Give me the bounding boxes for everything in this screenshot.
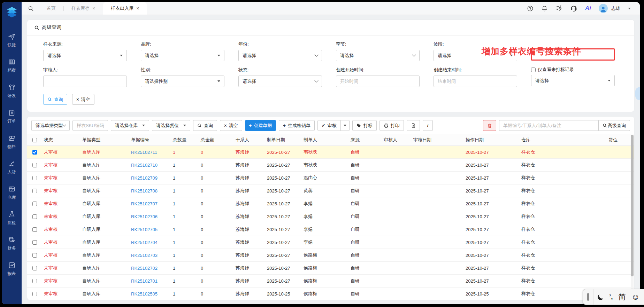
scrollbar-thumb[interactable] xyxy=(631,135,634,276)
table-row[interactable]: 未审核 自研入库 RK25102708 1 0 苏海婵 2025-10-27 黄… xyxy=(27,184,634,197)
user-avatar[interactable] xyxy=(599,4,608,13)
simplified-chinese-icon[interactable]: 简 xyxy=(618,292,626,302)
row-checkbox[interactable] xyxy=(32,253,37,258)
sample-source-dropdown[interactable]: 请选择 xyxy=(43,50,127,61)
cell-doc-no[interactable]: RK25102709 xyxy=(129,175,171,181)
dark-mode-moon-icon[interactable] xyxy=(597,293,604,301)
brand-dropdown[interactable]: 请选择 xyxy=(141,50,224,61)
export-excel-button[interactable] xyxy=(407,120,420,131)
sidebar-item-materials[interactable]: 物料 xyxy=(2,129,22,155)
table-row[interactable]: 未审核 自研入库 RK25102711 1 0 苏海婵 2025-10-27 韦… xyxy=(27,146,634,159)
table-row[interactable]: 未审核 自研入库 RK25102705 1 0 苏海婵 2025-10-27 李… xyxy=(27,223,634,236)
row-checkbox[interactable] xyxy=(32,202,37,206)
sidebar-item-rd[interactable]: 研发 xyxy=(2,79,22,104)
punctuation-icon[interactable]: ’, xyxy=(609,293,613,301)
row-checkbox[interactable] xyxy=(32,189,37,193)
sidebar-item-warehouse[interactable]: 仓库 xyxy=(2,180,22,206)
search-icon xyxy=(197,123,202,128)
row-checkbox[interactable] xyxy=(32,266,37,270)
query-button[interactable]: 查询 xyxy=(43,94,67,105)
tab-close-icon[interactable]: × xyxy=(92,6,95,11)
cell-doc-no[interactable]: RK25102702 xyxy=(129,266,171,271)
year-select[interactable]: 请选择 xyxy=(238,50,322,61)
sidebar-item-quick[interactable]: 快捷 xyxy=(2,28,22,53)
table-row[interactable]: 未审核 自研入库 RK25102707 1 0 苏海婵 2025-10-27 李… xyxy=(27,197,634,210)
table-row[interactable]: 未审核 自研入库 RK25102706 1 0 苏海婵 2025-10-27 李… xyxy=(27,210,634,223)
global-search-icon[interactable] xyxy=(28,6,34,11)
sidebar-item-reports[interactable]: 报表 xyxy=(2,257,22,282)
create-start-input[interactable] xyxy=(336,76,420,87)
emoji-icon[interactable]: ☺ xyxy=(631,293,640,301)
table-row[interactable]: 未审核 自研入库 RK25102703 1 0 苏海婵 2025-10-27 侯… xyxy=(27,249,634,262)
user-menu-caret-icon[interactable] xyxy=(628,8,631,9)
table-row[interactable]: 未审核 自研入库 RK25102710 1 0 苏海婵 2025-10-27 韦… xyxy=(27,159,634,172)
table-row[interactable]: 未审核 自研入库 RK25102704 1 0 苏海婵 2025-10-27 李… xyxy=(27,236,634,249)
sidebar-item-finance[interactable]: 财务 xyxy=(2,231,22,257)
table-row[interactable]: 未审核 自研入库 RK25102701 1 0 苏海婵 2025-10-27 侯… xyxy=(27,275,634,288)
sidebar-item-archive[interactable]: 档案 xyxy=(2,53,22,79)
tab-sample-stock[interactable]: 样衣库存 × xyxy=(64,2,103,15)
cell-doc-no[interactable]: RK25102505 xyxy=(129,291,171,297)
clear-button[interactable]: × 清空 xyxy=(72,94,94,105)
notification-bell-icon[interactable] xyxy=(541,5,548,12)
app-logo[interactable] xyxy=(4,5,20,20)
info-button[interactable]: i xyxy=(423,120,433,131)
row-checkbox[interactable] xyxy=(32,150,37,155)
user-name[interactable]: 志雄 xyxy=(611,5,620,11)
cell-doc-no[interactable]: RK25102706 xyxy=(129,214,171,219)
ai-assistant-icon[interactable]: Ai xyxy=(585,5,591,12)
create-end-input[interactable] xyxy=(434,76,517,87)
location-dropdown[interactable]: 请选择货位 xyxy=(152,120,190,131)
warehouse-dropdown[interactable]: 请选择仓库 xyxy=(111,120,149,131)
cell-doc-no[interactable]: RK25102703 xyxy=(129,253,171,258)
sku-input[interactable] xyxy=(72,120,108,131)
row-checkbox[interactable] xyxy=(32,227,37,232)
sidebar-item-orders[interactable]: 订单 xyxy=(2,104,22,129)
print-button[interactable]: 打印 xyxy=(380,120,404,131)
advanced-query-button[interactable]: 高级查询 xyxy=(599,120,630,131)
create-doc-button[interactable]: + 创建单据 xyxy=(245,120,276,131)
sidebar-item-qc[interactable]: 质检 xyxy=(2,206,22,231)
audit-button[interactable]: ✓ 审核 xyxy=(317,120,341,131)
generate-writeoff-button[interactable]: + 生成核销单 xyxy=(279,120,315,131)
row-checkbox[interactable] xyxy=(32,163,37,167)
sidebar-item-bulk[interactable]: 大货 xyxy=(2,155,22,180)
cell-doc-no[interactable]: RK25102710 xyxy=(129,163,171,168)
row-checkbox[interactable] xyxy=(32,240,37,245)
customer-service-icon[interactable] xyxy=(570,5,577,12)
cell-doc-no[interactable]: RK25102705 xyxy=(129,227,171,232)
keyword-input[interactable] xyxy=(499,120,599,131)
gender-dropdown[interactable]: 请选择性别 xyxy=(141,76,224,87)
row-checkbox[interactable] xyxy=(32,214,37,219)
cell-doc-no[interactable]: RK25102711 xyxy=(129,150,171,155)
delete-button[interactable] xyxy=(483,120,496,131)
cell-doc-no[interactable]: RK25102708 xyxy=(129,188,171,194)
row-checkbox[interactable] xyxy=(32,292,37,296)
toolbar-clear-button[interactable]: × 清空 xyxy=(220,120,242,131)
tag-button[interactable]: 打标 xyxy=(352,120,377,131)
doc-type-select[interactable]: 筛选单据类型 xyxy=(31,120,70,131)
row-checkbox[interactable] xyxy=(32,279,37,283)
cell-doc-no[interactable]: RK25102707 xyxy=(129,201,171,206)
cell-doc-no[interactable]: RK25102701 xyxy=(129,278,171,284)
help-icon[interactable] xyxy=(527,5,534,12)
table-row[interactable]: 未审核 自研入库 RK25102709 1 0 苏海婵 2025-10-27 温… xyxy=(27,172,634,184)
tab-home[interactable]: 首页 xyxy=(39,2,63,15)
select-all-checkbox[interactable] xyxy=(32,138,37,142)
quick-actions-icon[interactable] xyxy=(555,5,562,12)
untagged-dropdown[interactable]: 请选择 xyxy=(531,75,615,86)
auditor-input[interactable] xyxy=(43,76,127,87)
status-select[interactable]: 请选择 xyxy=(238,76,322,87)
toolbar-query-button[interactable]: 查询 xyxy=(193,120,217,131)
table-row[interactable]: 未审核 自研入库 RK25102505 1 0 苏海婵 2025-10-25 侯… xyxy=(27,288,634,300)
table-row[interactable]: 未审核 自研入库 RK25102702 1 0 苏海婵 2025-10-27 侯… xyxy=(27,262,634,275)
tab-sample-inout[interactable]: 样衣出入库 × xyxy=(103,2,147,15)
row-checkbox[interactable] xyxy=(32,176,37,180)
untagged-only-checkbox[interactable] xyxy=(531,68,536,72)
cell-doc-no[interactable]: RK25102704 xyxy=(129,240,171,245)
tab-close-icon[interactable]: × xyxy=(136,6,139,11)
audit-more-button[interactable] xyxy=(341,120,350,131)
table-scrollbar[interactable] xyxy=(631,135,634,299)
season-select[interactable]: 请选择 xyxy=(336,50,420,61)
side-drawer-handle[interactable] xyxy=(635,87,640,100)
